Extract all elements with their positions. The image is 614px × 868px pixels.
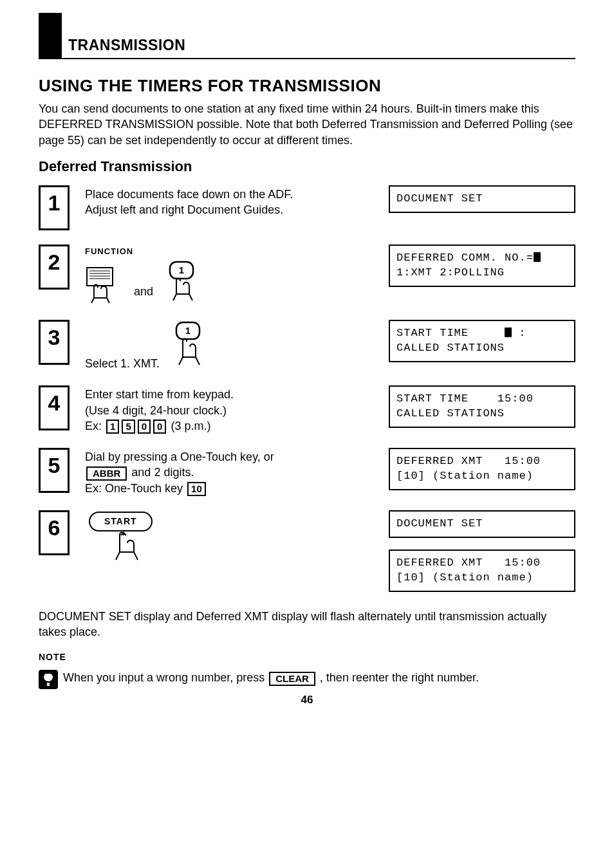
key-0: 0 [138, 420, 151, 434]
subheading: Deferred Transmission [39, 157, 575, 176]
key-0: 0 [153, 420, 166, 434]
step-1: 1 Place documents face down on the ADF. … [39, 185, 575, 230]
svg-line-15 [134, 552, 138, 560]
svg-line-6 [107, 298, 109, 303]
svg-line-14 [116, 552, 120, 560]
step-number: 1 [39, 185, 70, 230]
svg-line-8 [173, 294, 176, 300]
example-line: Ex: 1500 (3 p.m.) [85, 418, 377, 434]
key-1-label: 1 [179, 264, 184, 275]
step-body: FUNCTION and [85, 245, 377, 306]
start-button-icon: START [89, 512, 153, 531]
step-text: Place documents face down on the ADF. [85, 187, 377, 202]
page-number: 46 [39, 693, 575, 708]
lcd-display: DOCUMENT SET [389, 510, 575, 538]
steps-list: 1 Place documents face down on the ADF. … [39, 185, 575, 592]
step-number: 4 [39, 385, 70, 430]
lcd-display: DEFERRED XMT 15:00 [10] (Station name) [389, 549, 575, 592]
page-title: USING THE TIMERS FOR TRANSMISSION [39, 75, 575, 97]
footer-paragraph: DOCUMENT SET display and Deferred XMT di… [39, 609, 575, 640]
step-text: ABBR and 2 digits. [85, 465, 377, 480]
header-tab-icon [39, 13, 62, 58]
step-6: 6 START DOCUMENT SET DEFERRED XMT 15:00 … [39, 510, 575, 592]
svg-line-5 [91, 298, 94, 303]
cursor-icon [505, 328, 512, 337]
abbr-key: ABBR [86, 466, 127, 481]
step-text: (Use 4 digit, 24-hour clock.) [85, 403, 377, 418]
function-key-icon [85, 266, 125, 306]
step-body: START [85, 510, 377, 565]
display-stack: DEFERRED COMM. NO.= 1:XMT 2:POLLING [389, 245, 575, 287]
step-text: Adjust left and right Document Guides. [85, 202, 377, 217]
and-label: and [134, 284, 153, 306]
display-stack: DOCUMENT SET DEFERRED XMT 15:00 [10] (St… [389, 510, 575, 592]
step-body: Place documents face down on the ADF. Ad… [85, 185, 377, 218]
svg-text:1: 1 [185, 325, 191, 336]
section-header: TRANSMISSION [39, 26, 575, 59]
cursor-icon [534, 252, 541, 262]
key-5: 5 [122, 420, 135, 434]
step-number: 3 [39, 320, 70, 365]
step-text: Select 1. XMT. [85, 357, 160, 370]
press-hand-icon [108, 531, 142, 565]
note-block: NOTE When you input a wrong number, pres… [39, 651, 575, 689]
step-5: 5 Dial by pressing a One-Touch key, or A… [39, 448, 575, 496]
step-number: 6 [39, 510, 70, 555]
step-3: 3 Select 1. XMT. 1 STA [39, 320, 575, 371]
section-title: TRANSMISSION [68, 35, 185, 58]
note-text: When you input a wrong number, press CLE… [63, 670, 479, 685]
display-stack: DEFERRED XMT 15:00 [10] (Station name) [389, 448, 575, 490]
intro-paragraph: You can send documents to one station at… [39, 101, 575, 148]
lcd-display: DOCUMENT SET [389, 185, 575, 213]
svg-rect-0 [87, 268, 113, 286]
key-10: 10 [187, 482, 206, 496]
lcd-display: DEFERRED COMM. NO.= 1:XMT 2:POLLING [389, 245, 575, 287]
step-body: Select 1. XMT. 1 [85, 320, 377, 371]
step-body: Enter start time from keypad. (Use 4 dig… [85, 385, 377, 434]
display-stack: DOCUMENT SET [389, 185, 575, 213]
svg-line-12 [179, 357, 183, 365]
step-body: Dial by pressing a One-Touch key, or ABB… [85, 448, 377, 496]
lcd-display: DEFERRED XMT 15:00 [10] (Station name) [389, 448, 575, 490]
svg-line-9 [189, 294, 192, 300]
display-stack: START TIME 15:00 CALLED STATIONS [389, 385, 575, 428]
display-stack: START TIME : CALLED STATIONS [389, 320, 575, 362]
ex-prefix: Ex: [85, 420, 102, 432]
step-text: Enter start time from keypad. [85, 387, 377, 402]
lcd-display: START TIME 15:00 CALLED STATIONS [389, 385, 575, 428]
lcd-display: START TIME : CALLED STATIONS [389, 320, 575, 362]
svg-line-13 [196, 357, 200, 365]
ex-suffix: (3 p.m.) [171, 420, 210, 432]
key-1-press-icon: 1 [162, 261, 201, 306]
key-1: 1 [106, 420, 119, 434]
note-icon [39, 670, 58, 689]
step-number: 2 [39, 245, 70, 290]
clear-key: CLEAR [269, 672, 315, 686]
step-2: 2 FUNCTION and [39, 245, 575, 306]
step-text: Dial by pressing a One-Touch key, or [85, 449, 377, 465]
step-text: Ex: One-Touch key 10 [85, 481, 377, 496]
step-number: 5 [39, 448, 70, 493]
note-label: NOTE [39, 651, 575, 663]
step-4: 4 Enter start time from keypad. (Use 4 d… [39, 385, 575, 434]
function-label: FUNCTION [85, 246, 377, 257]
key-1-press-icon: 1 [169, 321, 207, 371]
